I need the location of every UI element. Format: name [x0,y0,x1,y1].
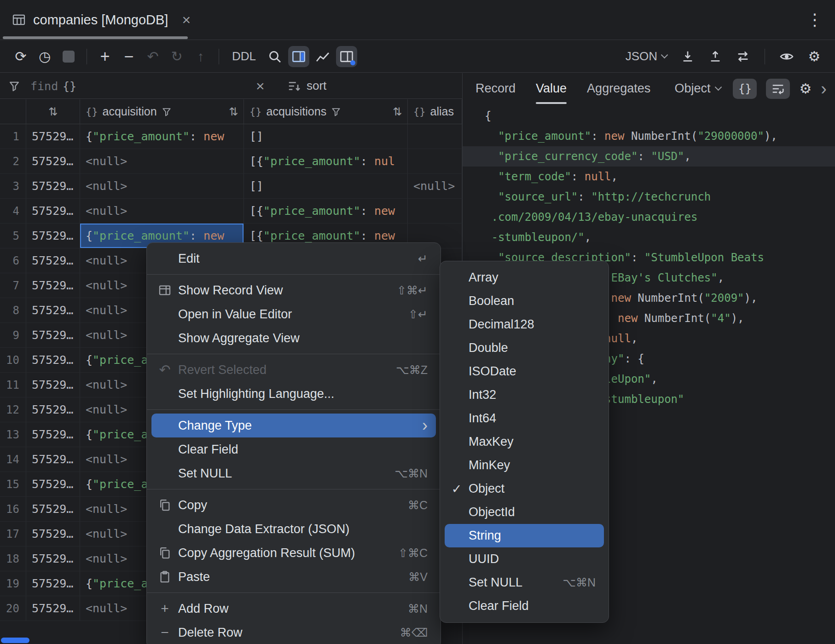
menu-item-copy-aggregation-result-sum[interactable]: Copy Aggregation Result (SUM)⇧⌘C [151,541,436,565]
submenu-item-set-null[interactable]: Set NULL⌥⌘N [445,571,604,594]
cell-id[interactable]: 57529… [26,174,80,198]
row-number-cell[interactable]: 11 [0,373,26,397]
cell-id[interactable]: 57529… [26,298,80,322]
row-number-cell[interactable]: 16 [0,497,26,521]
cell-acquisitions[interactable]: [{"price_amount": nul [244,149,408,173]
column-header-alias[interactable]: {}alias [408,99,462,124]
format-selector[interactable]: JSON [622,49,671,63]
menu-item-change-type[interactable]: Change Type› [151,414,436,437]
cell-acquisition[interactable]: <null> [80,199,244,223]
cell-id[interactable]: 57529… [26,273,80,298]
cell-id[interactable]: 57529… [26,571,80,596]
find-input[interactable]: find [30,79,58,92]
tab-scrollbar-thumb[interactable] [3,36,188,39]
cell-id[interactable]: 57529… [26,397,80,422]
cell-alias[interactable] [408,149,462,173]
menu-item-paste[interactable]: Paste⌘V [151,565,436,589]
sort-arrows-icon[interactable]: ⇅ [393,105,402,118]
sort-control[interactable]: sort [287,73,326,98]
submenu-item-object[interactable]: ✓Object [445,477,604,500]
revert-icon[interactable]: ↶ [142,46,163,67]
row-number-cell[interactable]: 12 [0,397,26,422]
submenu-item-array[interactable]: Array [445,266,604,289]
cell-id[interactable]: 57529… [26,224,80,248]
cell-id[interactable]: 57529… [26,199,80,223]
delete-row-icon[interactable]: − [118,46,139,67]
menu-item-change-data-extractor-json[interactable]: Change Data Extractor (JSON) [151,517,436,541]
cell-id[interactable]: 57529… [26,323,80,347]
row-number-cell[interactable]: 14 [0,447,26,472]
menu-item-show-aggregate-view[interactable]: Show Aggregate View [151,326,436,350]
json-type-chip[interactable]: {} [63,79,76,92]
row-number-cell[interactable]: 4 [0,199,26,223]
sort-arrows-icon[interactable]: ⇅ [48,105,58,118]
submenu-item-boolean[interactable]: Boolean [445,289,604,313]
menu-item-open-in-value-editor[interactable]: Open in Value Editor⇧↵ [151,302,436,326]
refresh-icon[interactable]: ⟳ [10,46,31,67]
cell-id[interactable]: 57529… [26,546,80,571]
commit-icon[interactable]: ↻ [166,46,187,67]
menu-item-add-row[interactable]: +Add Row⌘N [151,597,436,621]
settings-icon[interactable]: ⚙ [804,46,825,67]
close-find-icon[interactable]: × [256,79,265,93]
menu-item-copy[interactable]: Copy⌘C [151,493,436,517]
submenu-item-int32[interactable]: Int32 [445,383,604,407]
submenu-item-objectid[interactable]: ObjectId [445,500,604,524]
close-icon[interactable]: × [182,12,191,27]
menu-item-delete-row[interactable]: −Delete Row⌘⌫ [151,621,436,644]
submenu-item-clear-field[interactable]: Clear Field [445,594,604,618]
add-row-icon[interactable]: + [94,46,116,67]
tab-record[interactable]: Record [475,73,516,104]
horizontal-scrollbar-thumb[interactable] [1,638,29,643]
cell-acquisitions[interactable]: [{"price_amount": new [244,199,408,223]
filter-icon[interactable] [331,107,341,117]
cell-acquisition[interactable]: <null> [80,149,244,173]
grid-corner-cell[interactable] [0,99,26,124]
submenu-item-minkey[interactable]: MinKey [445,454,604,477]
braces-toggle[interactable]: {} [733,79,757,99]
row-number-cell[interactable]: 20 [0,596,26,621]
cell-id[interactable]: 57529… [26,472,80,496]
column-header-acquisition[interactable]: {}acquisition⇅ [80,99,244,124]
cell-id[interactable]: 57529… [26,149,80,173]
kebab-menu-icon[interactable]: ⋮ [806,12,823,28]
row-number-cell[interactable]: 3 [0,174,26,198]
cell-alias[interactable]: <null> [408,174,462,198]
row-number-cell[interactable]: 1 [0,124,26,149]
row-number-cell[interactable]: 10 [0,348,26,372]
menu-item-edit[interactable]: Edit↵ [151,247,436,270]
cell-alias[interactable] [408,199,462,223]
row-number-cell[interactable]: 18 [0,546,26,571]
cell-id[interactable]: 57529… [26,124,80,149]
row-number-cell[interactable]: 2 [0,149,26,173]
object-selector[interactable]: Object [674,81,721,96]
tab-value[interactable]: Value [536,73,567,104]
cell-id[interactable]: 57529… [26,422,80,447]
cell-id[interactable]: 57529… [26,596,80,621]
cell-id[interactable]: 57529… [26,522,80,546]
tab-companies-mongodb[interactable]: companies [MongoDB] × [12,0,194,40]
cell-alias[interactable] [408,124,462,149]
submit-icon[interactable]: ↑ [190,46,211,67]
row-number-cell[interactable]: 13 [0,422,26,447]
submenu-item-decimal128[interactable]: Decimal128 [445,313,604,336]
row-number-cell[interactable]: 9 [0,323,26,347]
download-icon[interactable] [677,46,698,67]
column-header-acquisitions[interactable]: {}acquisitions⇅ [244,99,408,124]
row-number-cell[interactable]: 19 [0,571,26,596]
transfer-icon[interactable] [732,46,754,67]
submenu-item-isodate[interactable]: ISODate [445,360,604,383]
submenu-item-double[interactable]: Double [445,336,604,360]
menu-item-clear-field[interactable]: Clear Field [151,437,436,461]
search-icon[interactable] [264,46,285,67]
settings-icon[interactable]: ⚙ [799,80,812,97]
cell-acquisition[interactable]: {"price_amount": new [80,124,244,149]
menu-item-set-null[interactable]: Set NULL⌥⌘N [151,461,436,485]
ddl-button[interactable]: DDL [226,49,261,63]
eye-icon[interactable] [776,46,797,67]
chevron-right-icon[interactable]: › [821,80,827,98]
submenu-item-uuid[interactable]: UUID [445,547,604,571]
cell-acquisition[interactable]: <null> [80,174,244,198]
menu-item-revert-selected[interactable]: ↶Revert Selected⌥⌘Z [151,358,436,382]
submenu-item-string[interactable]: String [445,524,604,547]
